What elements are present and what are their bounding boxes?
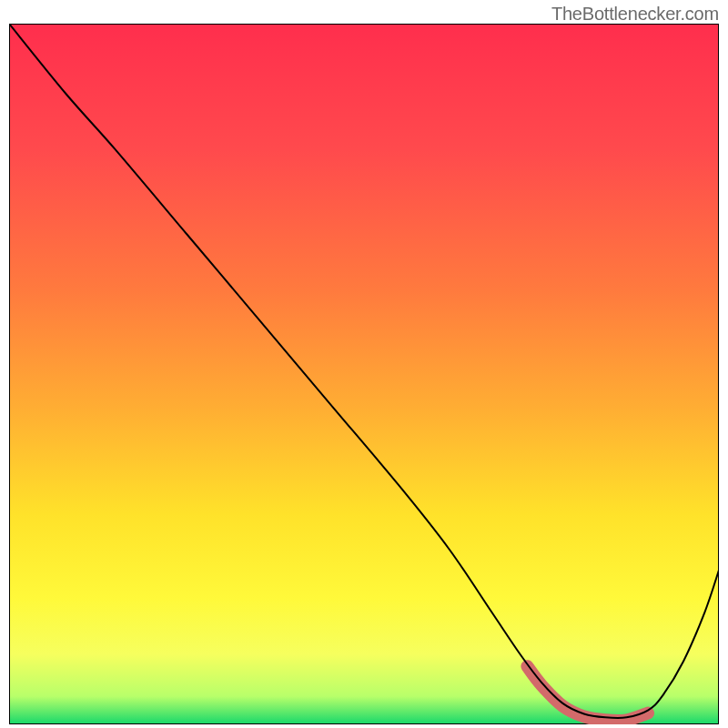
attribution-label: TheBottlenecker.com	[551, 4, 719, 25]
heat-plot	[9, 24, 719, 724]
chart-stage: TheBottlenecker.com	[0, 0, 728, 728]
plot-svg	[9, 24, 719, 724]
gradient-backdrop	[9, 24, 719, 724]
